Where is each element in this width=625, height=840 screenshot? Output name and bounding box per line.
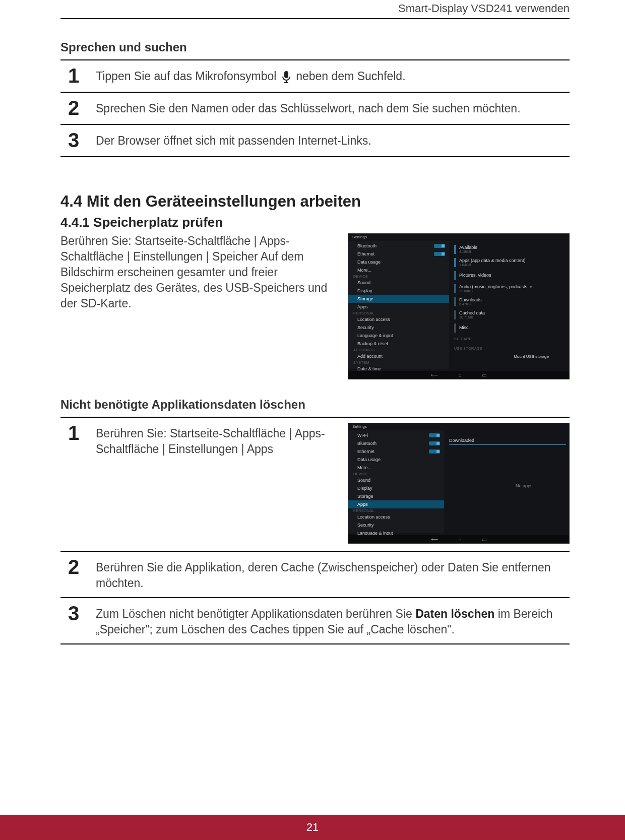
step-row: 3 Der Browser öffnet sich mit passenden …: [60, 124, 570, 157]
step-number: 2: [60, 98, 83, 118]
storage-block: Berühren Sie: Startseite-Schaltfläche | …: [60, 233, 570, 379]
no-apps-label: No apps.: [516, 483, 534, 488]
android-navbar: ⟵ ⌂ ▭: [348, 535, 569, 543]
screenshot-main: Available4.18GB Apps (app data & media c…: [454, 245, 566, 366]
screenshot-sidebar: Wi-Fi Bluetooth Ethernet Data usage More…: [348, 430, 444, 533]
section-4-4-1-heading: 4.4.1 Speicherplatz prüfen: [60, 215, 570, 230]
screenshot-apps: Settings Wi-Fi Bluetooth Ethernet Data u…: [348, 423, 570, 544]
step-number: 3: [60, 130, 83, 150]
screenshot-storage: Settings Bluetooth Ethernet Data usage M…: [348, 233, 570, 379]
toggle-icon: [429, 441, 440, 445]
header-title: Smart-Display VSD241 verwenden: [398, 2, 570, 15]
home-icon: ⌂: [458, 372, 461, 378]
step-text: Berühren Sie die Applikation, deren Cach…: [96, 557, 570, 591]
storage-body-text: Berühren Sie: Startseite-Schaltfläche | …: [60, 233, 338, 311]
section-a-steps: 1 Tippen Sie auf das Mikrofonsymbol nebe…: [60, 59, 570, 157]
microphone-icon: [282, 71, 291, 84]
mount-label: Mount USB storage: [514, 354, 549, 359]
toggle-icon: [434, 244, 445, 248]
screenshot-main: Downloaded: [449, 438, 566, 530]
step-row: 2 Sprechen Sie den Namen oder das Schlüs…: [60, 92, 570, 125]
step-text: Sprechen Sie den Namen oder das Schlüsse…: [96, 98, 521, 116]
back-icon: ⟵: [431, 372, 438, 378]
step-row: 3 Zum Löschen nicht benötigter Applikati…: [60, 597, 570, 644]
step-text: Zum Löschen nicht benötigter Applikation…: [96, 603, 570, 637]
step-number: 2: [60, 557, 83, 577]
step-text: Der Browser öffnet sich mit passenden In…: [96, 130, 371, 149]
screenshot-title: Settings: [352, 424, 367, 429]
step-row: 1 Tippen Sie auf das Mikrofonsymbol nebe…: [60, 59, 570, 93]
step-number: 1: [60, 423, 83, 443]
step-text: Berühren Sie: Startseite-Schaltfläche | …: [96, 423, 338, 457]
section-a-heading: Sprechen und suchen: [60, 40, 570, 54]
section-4-4-heading: 4.4 Mit den Geräteeinstellungen arbeiten: [60, 192, 570, 211]
section-b-heading: Nicht benötigte Applikationsdaten lösche…: [60, 398, 570, 412]
recent-icon: ▭: [482, 372, 486, 378]
step-text: Tippen Sie auf das Mikrofonsymbol neben …: [96, 66, 406, 84]
svg-rect-0: [284, 71, 288, 78]
back-icon: ⟵: [431, 537, 438, 542]
home-icon: ⌂: [458, 537, 461, 542]
toggle-icon: [434, 252, 445, 256]
step-row: 2 Berühren Sie die Applikation, deren Ca…: [60, 551, 570, 598]
step-number: 3: [60, 603, 83, 623]
screenshot-sidebar: Bluetooth Ethernet Data usage More... DE…: [348, 241, 449, 369]
page-number: 21: [306, 821, 319, 833]
toggle-icon: [429, 449, 440, 454]
screenshot-title: Settings: [352, 235, 367, 239]
page-footer: 21: [0, 815, 625, 840]
toggle-icon: [429, 433, 440, 437]
recent-icon: ▭: [482, 537, 486, 542]
android-navbar: ⟵ ⌂ ▭: [348, 371, 569, 379]
step-row: 1 Berühren Sie: Startseite-Schaltfläche …: [60, 417, 570, 552]
page-header: Smart-Display VSD241 verwenden: [60, 0, 570, 19]
step-number: 1: [60, 66, 83, 86]
